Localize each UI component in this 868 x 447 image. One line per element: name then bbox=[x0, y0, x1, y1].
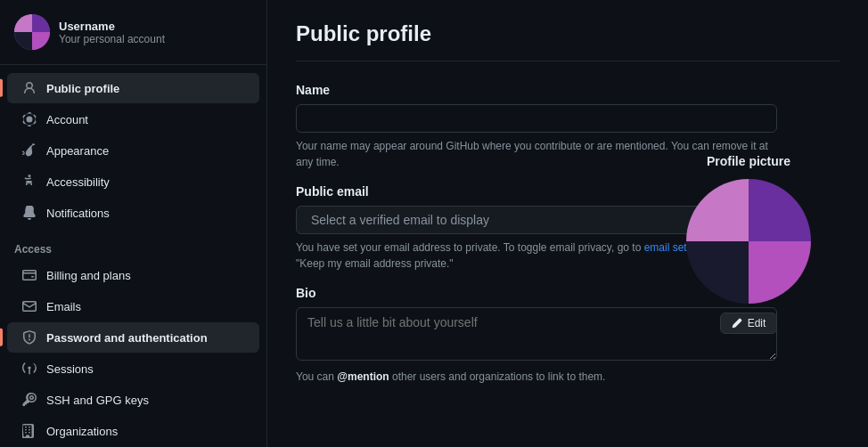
content-area: Name Your name may appear around GitHub … bbox=[296, 83, 839, 399]
sidebar-item-label: Organizations bbox=[46, 425, 118, 438]
sidebar-item-public-profile[interactable]: Public profile bbox=[7, 73, 259, 103]
account-header: Username Your personal account bbox=[0, 0, 266, 65]
access-section-header: Access bbox=[0, 229, 266, 259]
bio-hint: You can @mention other users and organiz… bbox=[296, 369, 777, 385]
pencil-icon bbox=[732, 318, 742, 329]
sidebar-item-accessibility[interactable]: Accessibility bbox=[7, 167, 259, 197]
sidebar-item-notifications[interactable]: Notifications bbox=[7, 198, 259, 228]
person-icon bbox=[21, 80, 37, 96]
sidebar-item-emails[interactable]: Emails bbox=[7, 291, 259, 321]
sidebar-item-label: SSH and GPG keys bbox=[46, 394, 149, 407]
credit-card-icon bbox=[21, 267, 37, 283]
broadcast-icon bbox=[21, 361, 37, 377]
accessibility-icon bbox=[21, 174, 37, 190]
sidebar-item-label: Account bbox=[46, 113, 88, 126]
bio-hint-mention: @mention bbox=[337, 370, 389, 383]
main-wrapper: Public profile Name Your name may appear… bbox=[267, 0, 868, 447]
envelope-icon bbox=[21, 298, 37, 314]
bio-hint-pre: You can bbox=[296, 370, 337, 383]
name-label: Name bbox=[296, 83, 777, 97]
sidebar-item-password-authentication[interactable]: Password and authentication bbox=[7, 322, 259, 353]
key-icon bbox=[21, 392, 37, 408]
sidebar-item-account[interactable]: Account bbox=[7, 104, 259, 134]
page-title: Public profile bbox=[296, 21, 839, 61]
sidebar-item-label: Accessibility bbox=[46, 175, 110, 189]
sidebar-item-label: Sessions bbox=[46, 362, 94, 376]
avatar bbox=[14, 14, 50, 50]
profile-picture-avatar bbox=[686, 179, 811, 304]
sidebar: Username Your personal account Public pr… bbox=[0, 0, 267, 447]
sidebar-item-organizations[interactable]: Organizations bbox=[7, 416, 259, 446]
sidebar-nav: Public profile Account Appearance bbox=[0, 65, 266, 447]
sidebar-item-label: Notifications bbox=[46, 207, 110, 220]
paintbrush-icon bbox=[21, 142, 37, 158]
sidebar-item-label: Appearance bbox=[46, 144, 109, 158]
edit-button-label: Edit bbox=[748, 317, 766, 329]
bio-hint-post: other users and organizations to link to… bbox=[389, 370, 606, 383]
sidebar-item-sessions[interactable]: Sessions bbox=[7, 354, 259, 384]
account-sub-label: Your personal account bbox=[59, 33, 165, 45]
sidebar-item-label: Emails bbox=[46, 300, 81, 313]
sidebar-item-appearance[interactable]: Appearance bbox=[7, 135, 259, 166]
organization-icon bbox=[21, 423, 37, 439]
sidebar-item-ssh-gpg-keys[interactable]: SSH and GPG keys bbox=[7, 385, 259, 415]
account-info: Username Your personal account bbox=[59, 20, 165, 45]
gear-icon bbox=[21, 111, 37, 127]
bell-icon bbox=[21, 205, 37, 221]
profile-picture-label: Profile picture bbox=[707, 154, 790, 168]
sidebar-item-label: Billing and plans bbox=[46, 269, 131, 282]
sidebar-item-label: Public profile bbox=[46, 82, 119, 95]
shield-icon bbox=[21, 329, 37, 345]
sidebar-item-label: Password and authentication bbox=[46, 331, 208, 345]
email-hint-pre: You have set your email address to priva… bbox=[296, 241, 644, 254]
account-name: Username bbox=[59, 20, 165, 33]
edit-profile-picture-button[interactable]: Edit bbox=[720, 313, 778, 334]
name-input[interactable] bbox=[296, 104, 777, 133]
profile-picture-section: Profile picture Edit bbox=[686, 154, 811, 334]
sidebar-item-billing[interactable]: Billing and plans bbox=[7, 260, 259, 290]
main-content: Public profile Name Your name may appear… bbox=[267, 0, 868, 447]
